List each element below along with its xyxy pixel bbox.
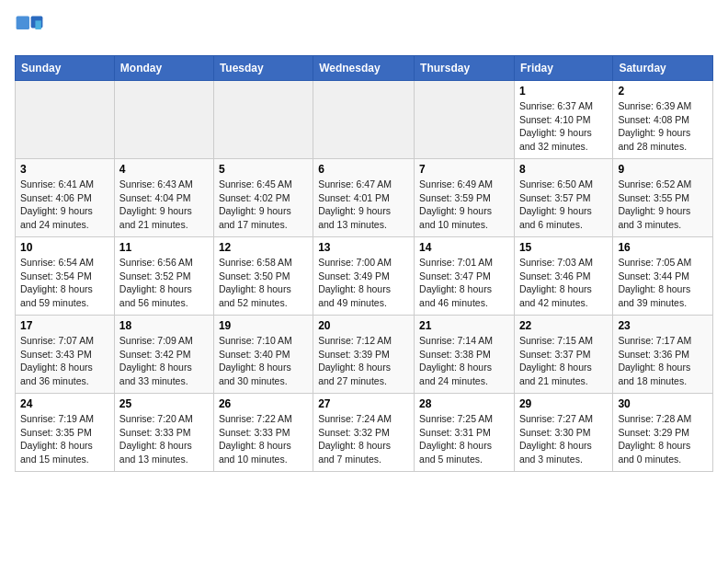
calendar-cell: 23Sunrise: 7:17 AM Sunset: 3:36 PM Dayli…	[613, 316, 713, 394]
week-row-2: 3Sunrise: 6:41 AM Sunset: 4:06 PM Daylig…	[16, 159, 713, 237]
calendar-cell: 5Sunrise: 6:45 AM Sunset: 4:02 PM Daylig…	[213, 159, 313, 237]
calendar-cell	[415, 81, 515, 159]
day-info: Sunrise: 7:03 AM Sunset: 3:46 PM Dayligh…	[519, 256, 608, 310]
day-number: 6	[318, 163, 409, 176]
day-number: 2	[618, 85, 708, 98]
day-number: 29	[519, 397, 608, 410]
calendar-cell: 7Sunrise: 6:49 AM Sunset: 3:59 PM Daylig…	[415, 159, 515, 237]
calendar-cell: 30Sunrise: 7:28 AM Sunset: 3:29 PM Dayli…	[613, 394, 713, 472]
day-number: 27	[318, 397, 409, 410]
calendar-cell: 9Sunrise: 6:52 AM Sunset: 3:55 PM Daylig…	[613, 159, 713, 237]
day-info: Sunrise: 7:24 AM Sunset: 3:32 PM Dayligh…	[318, 412, 409, 466]
week-row-3: 10Sunrise: 6:54 AM Sunset: 3:54 PM Dayli…	[16, 237, 713, 316]
calendar-cell: 6Sunrise: 6:47 AM Sunset: 4:01 PM Daylig…	[313, 159, 415, 237]
day-info: Sunrise: 6:49 AM Sunset: 3:59 PM Dayligh…	[419, 178, 509, 232]
day-info: Sunrise: 7:20 AM Sunset: 3:33 PM Dayligh…	[119, 412, 209, 466]
weekday-header-saturday: Saturday	[613, 56, 713, 81]
day-info: Sunrise: 7:01 AM Sunset: 3:47 PM Dayligh…	[419, 256, 509, 310]
day-number: 14	[419, 241, 509, 254]
day-number: 18	[119, 319, 209, 332]
calendar-cell: 2Sunrise: 6:39 AM Sunset: 4:08 PM Daylig…	[613, 81, 713, 159]
day-info: Sunrise: 7:22 AM Sunset: 3:33 PM Dayligh…	[219, 412, 308, 466]
calendar-cell: 1Sunrise: 6:37 AM Sunset: 4:10 PM Daylig…	[514, 81, 612, 159]
weekday-header-wednesday: Wednesday	[313, 56, 415, 81]
day-number: 21	[419, 319, 509, 332]
day-number: 5	[219, 163, 308, 176]
calendar-cell: 22Sunrise: 7:15 AM Sunset: 3:37 PM Dayli…	[514, 316, 612, 394]
weekday-header-tuesday: Tuesday	[213, 56, 313, 81]
calendar-cell: 3Sunrise: 6:41 AM Sunset: 4:06 PM Daylig…	[16, 159, 115, 237]
day-info: Sunrise: 6:43 AM Sunset: 4:04 PM Dayligh…	[119, 178, 209, 232]
day-number: 12	[219, 241, 308, 254]
day-number: 4	[119, 163, 209, 176]
svg-rect-0	[17, 17, 29, 29]
day-number: 17	[20, 319, 109, 332]
week-row-1: 1Sunrise: 6:37 AM Sunset: 4:10 PM Daylig…	[16, 81, 713, 159]
day-info: Sunrise: 6:39 AM Sunset: 4:08 PM Dayligh…	[618, 99, 708, 154]
day-info: Sunrise: 7:00 AM Sunset: 3:49 PM Dayligh…	[318, 256, 409, 310]
day-info: Sunrise: 6:50 AM Sunset: 3:57 PM Dayligh…	[519, 178, 608, 232]
day-number: 8	[519, 163, 608, 176]
calendar-cell: 18Sunrise: 7:09 AM Sunset: 3:42 PM Dayli…	[114, 316, 213, 394]
header	[15, 15, 713, 44]
day-number: 7	[419, 163, 509, 176]
day-info: Sunrise: 7:12 AM Sunset: 3:39 PM Dayligh…	[318, 334, 409, 388]
weekday-header-row: SundayMondayTuesdayWednesdayThursdayFrid…	[16, 56, 713, 81]
day-number: 24	[20, 397, 109, 410]
day-info: Sunrise: 6:47 AM Sunset: 4:01 PM Dayligh…	[318, 178, 409, 232]
weekday-header-sunday: Sunday	[16, 56, 115, 81]
day-number: 22	[519, 319, 608, 332]
calendar-cell: 24Sunrise: 7:19 AM Sunset: 3:35 PM Dayli…	[16, 394, 115, 472]
day-number: 25	[119, 397, 209, 410]
calendar-cell: 26Sunrise: 7:22 AM Sunset: 3:33 PM Dayli…	[213, 394, 313, 472]
calendar-cell	[213, 81, 313, 159]
day-info: Sunrise: 6:41 AM Sunset: 4:06 PM Dayligh…	[20, 178, 109, 232]
day-number: 9	[618, 163, 708, 176]
weekday-header-thursday: Thursday	[415, 56, 515, 81]
calendar-cell: 13Sunrise: 7:00 AM Sunset: 3:49 PM Dayli…	[313, 237, 415, 316]
calendar-cell: 29Sunrise: 7:27 AM Sunset: 3:30 PM Dayli…	[514, 394, 612, 472]
logo	[15, 15, 48, 44]
calendar-cell: 17Sunrise: 7:07 AM Sunset: 3:43 PM Dayli…	[16, 316, 115, 394]
calendar-cell: 12Sunrise: 6:58 AM Sunset: 3:50 PM Dayli…	[213, 237, 313, 316]
calendar-cell	[16, 81, 115, 159]
day-info: Sunrise: 6:45 AM Sunset: 4:02 PM Dayligh…	[219, 178, 308, 232]
day-number: 23	[618, 319, 708, 332]
day-number: 3	[20, 163, 109, 176]
day-info: Sunrise: 6:52 AM Sunset: 3:55 PM Dayligh…	[618, 178, 708, 232]
day-info: Sunrise: 6:56 AM Sunset: 3:52 PM Dayligh…	[119, 256, 209, 310]
calendar-cell: 15Sunrise: 7:03 AM Sunset: 3:46 PM Dayli…	[514, 237, 612, 316]
day-info: Sunrise: 7:19 AM Sunset: 3:35 PM Dayligh…	[20, 412, 109, 466]
day-number: 28	[419, 397, 509, 410]
day-number: 13	[318, 241, 409, 254]
calendar-cell: 21Sunrise: 7:14 AM Sunset: 3:38 PM Dayli…	[415, 316, 515, 394]
weekday-header-monday: Monday	[114, 56, 213, 81]
day-info: Sunrise: 7:25 AM Sunset: 3:31 PM Dayligh…	[419, 412, 509, 466]
calendar-cell: 19Sunrise: 7:10 AM Sunset: 3:40 PM Dayli…	[213, 316, 313, 394]
day-number: 19	[219, 319, 308, 332]
day-number: 11	[119, 241, 209, 254]
calendar-cell: 14Sunrise: 7:01 AM Sunset: 3:47 PM Dayli…	[415, 237, 515, 316]
calendar-cell: 4Sunrise: 6:43 AM Sunset: 4:04 PM Daylig…	[114, 159, 213, 237]
day-number: 16	[618, 241, 708, 254]
day-info: Sunrise: 7:07 AM Sunset: 3:43 PM Dayligh…	[20, 334, 109, 388]
svg-marker-2	[35, 20, 40, 29]
day-info: Sunrise: 7:15 AM Sunset: 3:37 PM Dayligh…	[519, 334, 608, 388]
logo-icon	[15, 15, 44, 44]
calendar-cell: 16Sunrise: 7:05 AM Sunset: 3:44 PM Dayli…	[613, 237, 713, 316]
week-row-5: 24Sunrise: 7:19 AM Sunset: 3:35 PM Dayli…	[16, 394, 713, 472]
calendar-cell: 27Sunrise: 7:24 AM Sunset: 3:32 PM Dayli…	[313, 394, 415, 472]
calendar-cell: 10Sunrise: 6:54 AM Sunset: 3:54 PM Dayli…	[16, 237, 115, 316]
day-info: Sunrise: 6:54 AM Sunset: 3:54 PM Dayligh…	[20, 256, 109, 310]
day-info: Sunrise: 7:28 AM Sunset: 3:29 PM Dayligh…	[618, 412, 708, 466]
calendar-cell: 20Sunrise: 7:12 AM Sunset: 3:39 PM Dayli…	[313, 316, 415, 394]
day-info: Sunrise: 7:14 AM Sunset: 3:38 PM Dayligh…	[419, 334, 509, 388]
day-number: 30	[618, 397, 708, 410]
day-info: Sunrise: 6:37 AM Sunset: 4:10 PM Dayligh…	[519, 99, 608, 154]
day-number: 1	[519, 85, 608, 98]
calendar-cell	[114, 81, 213, 159]
day-info: Sunrise: 7:09 AM Sunset: 3:42 PM Dayligh…	[119, 334, 209, 388]
day-number: 15	[519, 241, 608, 254]
day-number: 20	[318, 319, 409, 332]
day-info: Sunrise: 6:58 AM Sunset: 3:50 PM Dayligh…	[219, 256, 308, 310]
